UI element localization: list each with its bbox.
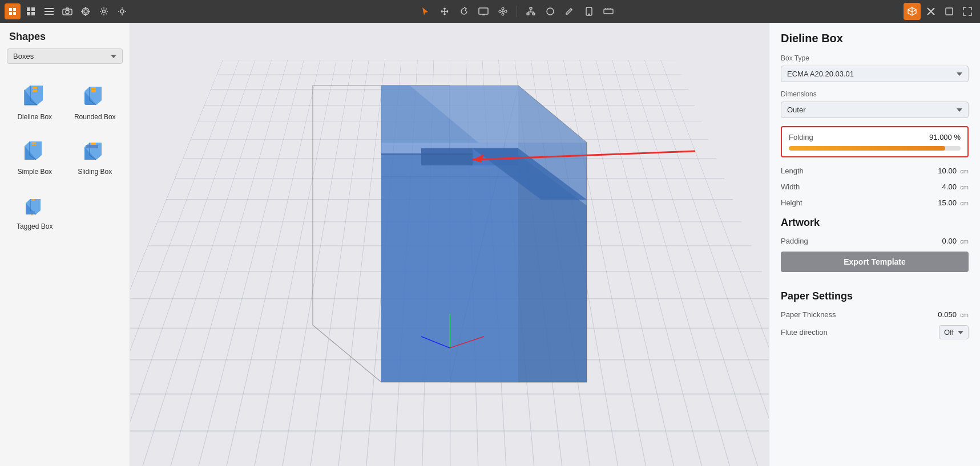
viewport[interactable] [130, 23, 769, 466]
height-value: 15.00 [938, 198, 957, 207]
length-label: Length [781, 167, 804, 175]
expand-icon[interactable] [959, 3, 975, 19]
svg-rect-41 [946, 8, 953, 15]
target-icon[interactable] [78, 3, 94, 19]
monitor-tool[interactable] [475, 3, 491, 19]
dimensions-select[interactable]: Outer [781, 102, 969, 118]
sliding-box-icon [80, 135, 110, 164]
flute-direction-select[interactable]: Off [939, 325, 969, 339]
box3d-right-icon[interactable] [904, 3, 921, 20]
shape-grid: Dieline Box Rounded Box [0, 71, 130, 240]
svg-point-19 [103, 10, 106, 13]
svg-point-35 [547, 8, 554, 15]
svg-point-23 [502, 7, 504, 10]
rotate-tool[interactable] [456, 3, 472, 19]
padding-label: Padding [781, 237, 808, 245]
sliding-box-label: Sliding Box [78, 168, 112, 176]
folding-value: 91.000 % [929, 133, 961, 141]
svg-rect-48 [91, 90, 96, 92]
clap-tool[interactable] [600, 3, 616, 19]
simple-box-icon [20, 135, 50, 164]
shapes-dropdown[interactable]: Boxes [7, 48, 123, 64]
circle-tool[interactable] [542, 3, 558, 19]
sidebar-title: Shapes [0, 23, 130, 48]
close-right-icon[interactable] [923, 3, 939, 19]
padding-row: Padding 0.00 cm [781, 236, 969, 246]
svg-rect-9 [45, 11, 54, 12]
svg-rect-10 [45, 14, 54, 15]
svg-rect-1 [13, 8, 16, 11]
width-unit: cm [960, 184, 969, 191]
length-value: 10.00 [938, 167, 957, 175]
menu-icon[interactable] [41, 3, 57, 19]
move-tool[interactable] [437, 3, 453, 19]
svg-rect-4 [27, 7, 30, 11]
sidebar-item-dieline-box[interactable]: Dieline Box [7, 75, 63, 125]
folding-fill [789, 146, 945, 151]
sidebar-item-rounded-box[interactable]: Rounded Box [67, 75, 123, 125]
rounded-box-label: Rounded Box [74, 113, 116, 121]
left-sidebar: Shapes Boxes Dieline Box [0, 23, 130, 466]
svg-rect-28 [530, 7, 532, 9]
svg-rect-38 [604, 9, 613, 14]
camera-icon[interactable] [59, 3, 75, 19]
settings-icon[interactable] [96, 3, 112, 19]
toolbar-right [904, 3, 975, 20]
svg-rect-2 [9, 12, 12, 15]
main-content: Shapes Boxes Dieline Box [0, 23, 980, 466]
svg-rect-45 [33, 90, 37, 92]
artwork-title: Artwork [781, 217, 969, 229]
sun-icon[interactable] [114, 3, 130, 19]
export-template-button[interactable]: Export Template [781, 252, 969, 272]
sidebar-item-simple-box[interactable]: Simple Box [7, 130, 63, 180]
select-tool[interactable] [417, 3, 433, 19]
sidebar-item-sliding-box[interactable]: Sliding Box [67, 130, 123, 180]
phone-tool[interactable] [581, 3, 597, 19]
svg-rect-8 [45, 8, 54, 9]
folding-header: Folding 91.000 % [789, 133, 961, 141]
svg-rect-53 [91, 143, 96, 145]
pen-tool[interactable] [562, 3, 578, 19]
box-type-select[interactable]: ECMA A20.20.03.01 [781, 66, 969, 82]
width-row: Width 4.00 cm [781, 181, 969, 192]
right-panel: Dieline Box Box Type ECMA A20.20.03.01 D… [769, 23, 980, 466]
hierarchy-tool[interactable] [523, 3, 539, 19]
folding-label: Folding [789, 133, 813, 141]
dimensions-label: Dimensions [781, 90, 969, 98]
main-toolbar [0, 0, 980, 23]
length-row: Length 10.00 cm [781, 165, 969, 176]
folding-section: Folding 91.000 % [781, 126, 969, 157]
folding-track[interactable] [789, 146, 961, 151]
rounded-box-icon [80, 80, 110, 110]
svg-rect-56 [31, 199, 35, 201]
svg-rect-3 [13, 12, 16, 15]
paper-thickness-unit: cm [960, 311, 969, 318]
width-label: Width [781, 183, 800, 191]
toolbar-divider-1 [517, 6, 517, 17]
app-icon[interactable] [5, 3, 21, 19]
paper-settings-title: Paper Settings [781, 290, 969, 302]
center-tools [132, 3, 901, 19]
svg-point-20 [120, 10, 124, 13]
window-icon[interactable] [941, 3, 957, 19]
svg-point-25 [502, 13, 504, 15]
svg-rect-21 [479, 8, 488, 14]
svg-rect-0 [9, 8, 12, 11]
height-row: Height 15.00 cm [781, 197, 969, 208]
svg-rect-57 [29, 211, 35, 214]
paper-thickness-row: Paper Thickness 0.050 cm [781, 309, 969, 319]
dieline-box-icon [20, 80, 50, 110]
sidebar-item-tagged-box[interactable]: Tagged Box [7, 185, 63, 235]
svg-rect-7 [31, 12, 35, 15]
nodes-tool[interactable] [495, 3, 511, 19]
svg-point-24 [505, 10, 507, 13]
svg-rect-29 [527, 13, 529, 15]
panel-title: Dieline Box [781, 32, 969, 45]
tagged-box-icon [20, 189, 50, 219]
svg-rect-54 [86, 145, 98, 148]
grid-icon[interactable] [23, 3, 39, 19]
3d-box-container [307, 51, 592, 405]
svg-point-37 [588, 14, 590, 15]
box-type-label: Box Type [781, 54, 969, 62]
svg-rect-6 [27, 12, 30, 15]
